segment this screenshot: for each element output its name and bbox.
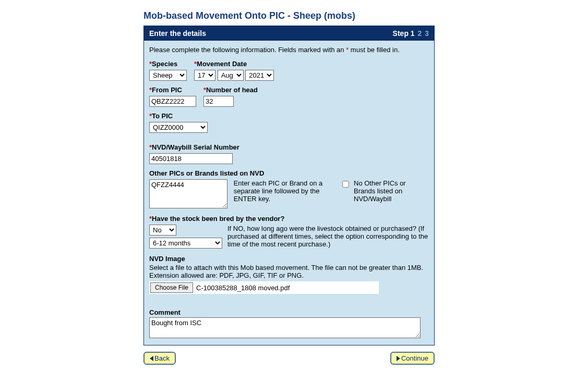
step-indicator: Step 1 2 3 (393, 29, 429, 38)
choose-file-button[interactable]: Choose File (150, 282, 193, 293)
page-title: Mob-based Movement Onto PIC - Sheep (mob… (143, 10, 435, 21)
other-pics-textarea[interactable] (149, 179, 227, 208)
panel-header: Enter the details Step 1 2 3 (144, 26, 434, 41)
step-2: 2 (418, 29, 422, 38)
species-select[interactable]: Sheep (149, 70, 187, 81)
bred-label: *Have the stock been bred by the vendor? (149, 215, 429, 222)
from-pic-input[interactable] (149, 96, 196, 107)
nvd-image-label: NVD Image (149, 255, 429, 263)
movement-date-label: *Movement Date (194, 60, 274, 68)
to-pic-select[interactable]: QIZZ0000 (149, 122, 208, 133)
other-pics-label: Other PICs or Brands listed on NVD (149, 169, 429, 177)
triangle-right-icon (397, 356, 400, 361)
triangle-left-icon (150, 356, 153, 361)
to-pic-label: *To PIC (149, 112, 208, 120)
movement-month-select[interactable]: Aug (218, 70, 244, 81)
nvd-serial-label: *NVD/Waybill Serial Number (149, 143, 429, 151)
species-label: *Species (149, 60, 187, 68)
step-current: 1 (411, 29, 415, 38)
continue-button[interactable]: Continue (390, 352, 435, 365)
back-button[interactable]: Back (143, 352, 176, 365)
bred-select[interactable]: No (149, 225, 176, 236)
other-pics-hint: Enter each PIC or Brand on a separate li… (234, 179, 323, 203)
step-3: 3 (425, 29, 429, 38)
comment-label: Comment (149, 308, 429, 316)
num-head-input[interactable] (203, 96, 234, 107)
num-head-label: *Number of head (203, 86, 258, 94)
form-panel: Enter the details Step 1 2 3 Please comp… (143, 26, 435, 345)
from-pic-label: *From PIC (149, 86, 196, 94)
selected-file-name: C-100385288_1808 moved.pdf (196, 284, 290, 292)
no-other-pics-checkbox[interactable] (342, 181, 349, 188)
how-long-select[interactable]: 6-12 months (149, 238, 222, 249)
panel-header-title: Enter the details (149, 29, 206, 38)
intro-text: Please complete the following informatio… (149, 46, 429, 54)
nvd-serial-input[interactable] (149, 153, 233, 164)
nvd-image-desc: Select a file to attach with this Mob ba… (149, 264, 429, 279)
no-other-pics-label: No Other PICs or Brands listed on NVD/Wa… (354, 179, 429, 203)
file-input-row: Choose File C-100385288_1808 moved.pdf (149, 281, 379, 294)
bred-note: If NO, how long ago were the livestock o… (227, 225, 429, 248)
movement-year-select[interactable]: 2021 (245, 70, 274, 81)
movement-day-select[interactable]: 17 (194, 70, 215, 81)
comment-textarea[interactable] (149, 317, 421, 338)
